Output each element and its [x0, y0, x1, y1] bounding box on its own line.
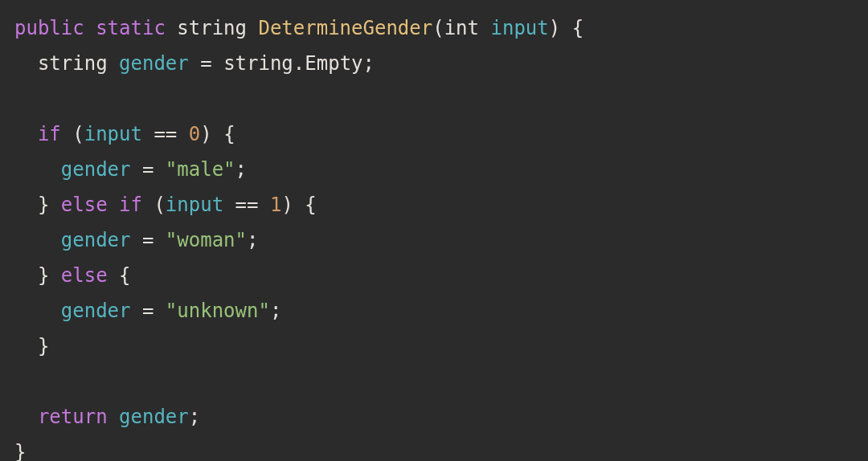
code-token: (: [432, 17, 444, 39]
code-token: [177, 123, 188, 145]
code-token: [108, 406, 119, 428]
code-token: Empty: [305, 52, 362, 75]
code-token: [84, 17, 96, 39]
code-token: [131, 229, 142, 251]
code-token: ;: [189, 406, 200, 428]
code-token: ;: [270, 300, 281, 322]
code-token: (: [142, 194, 166, 216]
code-token: else: [61, 264, 108, 287]
code-token: [479, 17, 490, 39]
code-token: =: [142, 229, 154, 251]
code-token: }: [14, 335, 49, 357]
code-token: =: [142, 158, 154, 181]
code-token: string: [223, 52, 293, 75]
code-token: (: [61, 123, 84, 145]
code-token: gender: [119, 52, 189, 75]
code-token: .: [293, 52, 305, 75]
code-token: gender: [61, 158, 131, 181]
code-token: ==: [235, 194, 259, 216]
code-content: public static string DetermineGender(int…: [14, 17, 583, 461]
code-token: gender: [61, 229, 131, 251]
code-token: }: [14, 264, 61, 287]
code-token: if: [38, 123, 61, 145]
code-token: =: [200, 52, 211, 75]
code-token: [14, 158, 61, 181]
code-token: [14, 52, 38, 75]
code-token: [189, 52, 200, 75]
code-token: gender: [119, 406, 189, 428]
code-token: if: [119, 194, 142, 216]
code-token: {: [108, 264, 131, 287]
code-token: input: [490, 17, 548, 39]
code-token: "unknown": [166, 300, 270, 322]
code-token: [131, 158, 142, 181]
code-token: public: [14, 17, 84, 39]
code-token: ) {: [281, 194, 316, 216]
code-token: [154, 300, 165, 322]
code-token: [258, 194, 269, 216]
code-token: ;: [363, 52, 375, 75]
code-token: 0: [189, 123, 200, 145]
code-token: [131, 300, 142, 322]
code-token: string: [177, 17, 247, 39]
code-token: [14, 123, 38, 145]
code-token: "male": [166, 158, 235, 181]
code-token: ) {: [200, 123, 235, 145]
code-token: [108, 52, 119, 75]
code-token: }: [14, 441, 26, 461]
code-token: ==: [154, 123, 177, 145]
code-token: [142, 123, 154, 145]
code-token: int: [444, 17, 479, 39]
code-token: [14, 300, 61, 322]
code-token: [14, 406, 38, 428]
code-token: [14, 229, 61, 251]
code-token: DetermineGender: [258, 17, 432, 39]
code-token: input: [166, 194, 223, 216]
code-token: =: [142, 300, 154, 322]
code-token: [212, 52, 223, 75]
code-token: ;: [235, 158, 247, 181]
code-token: [166, 17, 177, 39]
code-token: [154, 158, 165, 181]
code-token: 1: [270, 194, 281, 216]
code-token: [247, 17, 258, 39]
code-token: else: [61, 194, 108, 216]
code-token: [108, 194, 119, 216]
code-token: gender: [61, 300, 131, 322]
code-token: ;: [247, 229, 258, 251]
code-token: string: [38, 52, 108, 75]
code-token: "woman": [166, 229, 247, 251]
code-token: }: [14, 194, 61, 216]
code-token: return: [38, 406, 108, 428]
code-token: input: [84, 123, 142, 145]
code-token: ) {: [549, 17, 583, 39]
code-block: public static string DetermineGender(int…: [0, 0, 868, 461]
code-token: [223, 194, 235, 216]
code-token: [154, 229, 165, 251]
code-token: static: [96, 17, 166, 39]
